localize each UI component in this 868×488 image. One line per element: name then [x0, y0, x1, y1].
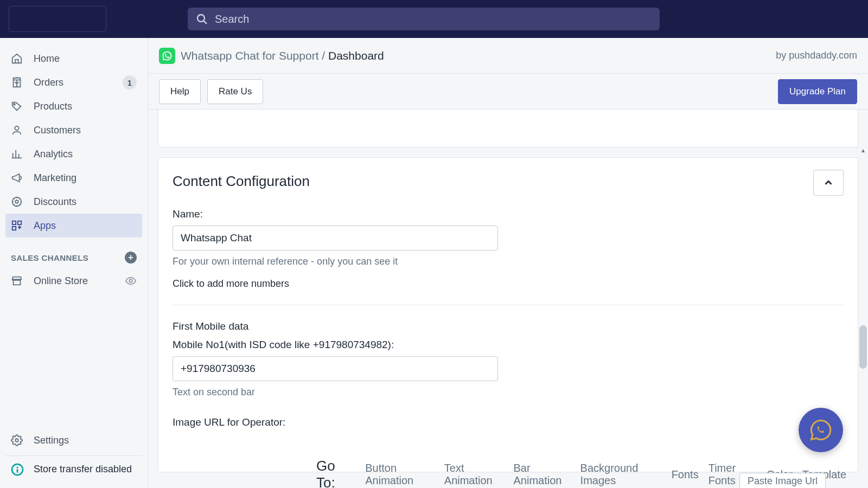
mobile-label: Mobile No1(with ISD code like +917980734…: [173, 339, 844, 351]
add-channel-button[interactable]: +: [125, 252, 137, 264]
crumb-current: Dashboard: [328, 49, 384, 62]
nav-label: Products: [34, 101, 72, 112]
customer-icon: [11, 124, 23, 136]
sidebar: Home Orders 1 Products Customers Analyti…: [0, 38, 148, 488]
svg-rect-13: [17, 469, 18, 473]
nav-settings[interactable]: Settings: [5, 428, 142, 452]
svg-point-0: [197, 15, 205, 22]
top-bar: [0, 0, 868, 38]
collapse-button[interactable]: [813, 170, 844, 196]
scroll-up-arrow[interactable]: ▴: [859, 146, 867, 154]
nav-analytics[interactable]: Analytics: [5, 142, 142, 166]
breadcrumb: Whatsapp Chat for Support / Dashboard by…: [148, 38, 868, 74]
goto-link[interactable]: Text Animation: [444, 462, 504, 487]
nav-label: Analytics: [34, 149, 73, 160]
banner-text: Store transfer disabled: [34, 464, 132, 475]
nav-marketing[interactable]: Marketing: [5, 166, 142, 190]
megaphone-icon: [11, 172, 23, 184]
nav-online-store[interactable]: Online Store: [5, 269, 142, 293]
tag-icon: [11, 100, 23, 112]
name-input[interactable]: [173, 226, 498, 251]
svg-point-3: [15, 126, 18, 130]
nav-label: Settings: [34, 435, 69, 446]
orders-badge: 1: [123, 75, 137, 89]
goto-link[interactable]: Background Images: [580, 462, 662, 487]
name-label: Name:: [173, 208, 844, 220]
action-bar: Help Rate Us Upgrade Plan: [148, 74, 868, 110]
image-url-input[interactable]: Paste Image Url: [739, 473, 826, 488]
svg-rect-7: [18, 221, 21, 224]
nav-discounts[interactable]: Discounts: [5, 190, 142, 214]
gear-icon: [11, 434, 23, 446]
whatsapp-icon: [809, 419, 832, 441]
svg-point-10: [15, 439, 18, 442]
analytics-icon: [11, 148, 23, 160]
svg-point-12: [16, 466, 18, 468]
apps-icon: [11, 220, 23, 232]
image-url-label: Image URL for Operator:: [173, 416, 844, 428]
scroll-thumb[interactable]: [859, 325, 867, 369]
nav-label: Discounts: [34, 196, 76, 208]
store-icon: [11, 275, 23, 287]
logo-placeholder: [9, 6, 106, 32]
svg-point-9: [129, 279, 132, 282]
nav-products[interactable]: Products: [5, 94, 142, 118]
nav-home[interactable]: Home: [5, 47, 142, 70]
crumb-author: by pushdaddy.com: [776, 50, 857, 61]
divider: [173, 305, 844, 305]
scrollbar[interactable]: ▴: [858, 146, 868, 488]
mobile-section-header: First Mobile data: [173, 320, 844, 332]
rate-us-button[interactable]: Rate Us: [207, 79, 263, 104]
sales-channels-header: SALES CHANNELS +: [5, 237, 142, 269]
info-icon: [11, 463, 24, 476]
eye-icon[interactable]: [125, 275, 137, 287]
svg-rect-8: [12, 227, 16, 230]
orders-icon: [11, 76, 23, 88]
goto-link[interactable]: Fonts: [672, 468, 699, 481]
main-area: Whatsapp Chat for Support / Dashboard by…: [148, 38, 868, 488]
goto-label: Go To:: [316, 458, 351, 488]
store-transfer-banner[interactable]: Store transfer disabled: [5, 455, 142, 483]
upgrade-plan-button[interactable]: Upgrade Plan: [778, 79, 857, 104]
goto-bar: Go To: Button Animation Text Animation B…: [316, 461, 846, 488]
svg-line-1: [204, 21, 207, 24]
nav-customers[interactable]: Customers: [5, 118, 142, 142]
home-icon: [11, 53, 23, 65]
add-more-numbers-link[interactable]: Click to add more numbers: [173, 278, 844, 290]
nav-apps[interactable]: Apps: [5, 214, 142, 237]
nav-label: Online Store: [34, 275, 88, 287]
mobile-input[interactable]: [173, 356, 498, 381]
whatsapp-logo-icon: [159, 48, 175, 64]
svg-point-5: [15, 200, 18, 203]
goto-link[interactable]: Bar Animation: [514, 462, 571, 487]
nav-label: Marketing: [34, 172, 76, 184]
search-icon: [195, 12, 208, 25]
nav-label: Customers: [34, 125, 81, 136]
mobile-help: Text on second bar: [173, 387, 844, 398]
content-scroll[interactable]: Content Configuration Name: For your own…: [148, 110, 868, 488]
nav-label: Apps: [34, 220, 56, 232]
content-config-card: Content Configuration Name: For your own…: [158, 157, 858, 472]
crumb-sep: /: [322, 49, 325, 62]
nav-label: Orders: [34, 77, 63, 88]
nav-label: Home: [34, 53, 60, 65]
nav-orders[interactable]: Orders 1: [5, 70, 142, 94]
crumb-app[interactable]: Whatsapp Chat for Support: [181, 49, 318, 62]
svg-rect-6: [12, 221, 16, 224]
goto-link[interactable]: Button Animation: [365, 462, 435, 487]
svg-point-2: [14, 104, 15, 105]
help-button[interactable]: Help: [159, 79, 201, 104]
search-field[interactable]: [188, 8, 660, 30]
card-title: Content Configuration: [173, 173, 844, 190]
name-help: For your own internal reference - only y…: [173, 256, 844, 267]
search-input[interactable]: [215, 13, 652, 25]
previous-card-edge: [158, 110, 858, 147]
chevron-up-icon: [822, 177, 834, 189]
whatsapp-fab[interactable]: [799, 408, 843, 452]
discount-icon: [11, 196, 23, 208]
